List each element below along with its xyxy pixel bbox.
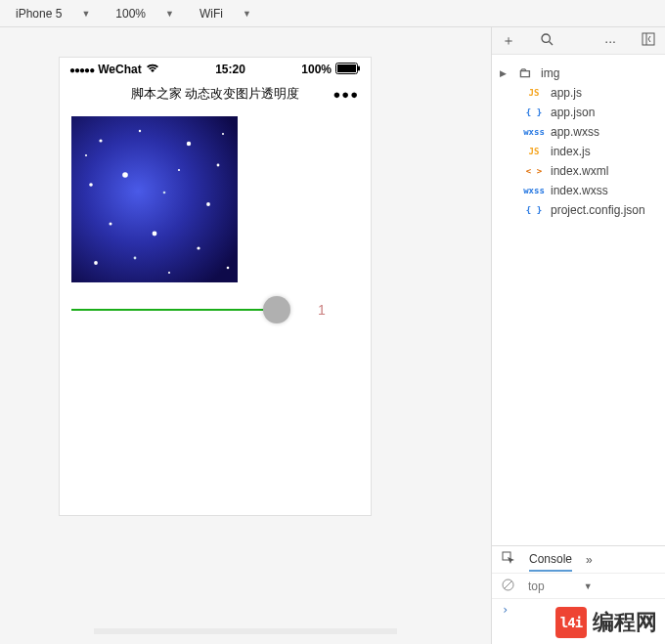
slider-thumb[interactable] <box>263 296 290 323</box>
watermark-logo: l4i 编程网 <box>555 607 657 638</box>
chevron-down-icon: ▼ <box>584 581 593 591</box>
watermark-badge: l4i <box>555 607 587 638</box>
zoom-label: 100% <box>115 7 146 21</box>
svg-point-19 <box>85 154 87 156</box>
file-type-icon: < > <box>523 166 545 176</box>
console-prompt-icon: › <box>502 603 509 617</box>
file-tree: ▶ 🗀 img JSapp.js{ }app.jsonwxssapp.wxssJ… <box>492 55 665 545</box>
preview-image <box>71 116 238 282</box>
menu-dots-icon[interactable]: ●●● <box>332 87 359 102</box>
svg-line-28 <box>505 580 512 588</box>
file-type-icon: wxss <box>523 186 545 195</box>
file-name: app.json <box>551 106 595 119</box>
file-type-icon: { } <box>523 205 545 215</box>
page-title: 脚本之家 动态改变图片透明度 <box>131 85 300 103</box>
opacity-slider-row: 1 <box>71 300 359 320</box>
horizontal-scrollbar[interactable] <box>94 628 397 634</box>
slider-value-label: 1 <box>318 302 326 318</box>
chevron-down-icon: ▼ <box>243 9 251 19</box>
add-file-icon[interactable]: ＋ <box>502 32 515 50</box>
file-name: project.config.json <box>551 203 645 217</box>
svg-line-23 <box>550 41 554 45</box>
context-dropdown[interactable]: top ▼ <box>528 580 593 593</box>
status-bar: ●●●●● WeChat 15:20 100% <box>60 58 371 81</box>
network-label: WiFi <box>200 7 223 21</box>
file-row[interactable]: { }project.config.json <box>496 200 661 220</box>
svg-point-13 <box>153 232 157 236</box>
file-row[interactable]: { }app.json <box>496 103 661 122</box>
zoom-dropdown[interactable]: 100% ▼ <box>108 7 182 21</box>
editor-toolbar: ＋ ··· <box>492 27 665 55</box>
clock-label: 15:20 <box>215 63 245 76</box>
signal-dots-icon: ●●●●● <box>69 64 94 75</box>
carrier-label: WeChat <box>98 63 141 76</box>
svg-point-4 <box>99 139 102 142</box>
file-name: index.wxss <box>551 184 608 197</box>
svg-point-22 <box>542 34 550 42</box>
wifi-icon <box>146 63 159 76</box>
svg-point-14 <box>197 246 200 249</box>
file-row[interactable]: JSindex.js <box>496 142 661 161</box>
svg-point-18 <box>178 169 180 171</box>
svg-point-7 <box>217 164 220 167</box>
chevron-down-icon: ▼ <box>81 9 90 19</box>
svg-point-16 <box>227 267 230 270</box>
editor-panel: ＋ ··· ▶ 🗀 img JSapp.js{ }app.jsonwxssapp… <box>491 27 665 644</box>
device-label: iPhone 5 <box>16 7 62 21</box>
folder-icon: 🗀 <box>513 65 535 80</box>
svg-point-15 <box>94 261 98 265</box>
network-dropdown[interactable]: WiFi ▼ <box>192 7 259 21</box>
phone-frame: ●●●●● WeChat 15:20 100% 脚本之家 动态改变图片透明度 ●… <box>59 57 372 516</box>
file-row[interactable]: JSapp.js <box>496 83 661 103</box>
devtools-filter-bar: top ▼ <box>492 574 665 599</box>
more-tabs-icon[interactable]: » <box>586 553 593 567</box>
file-type-icon: wxss <box>523 127 545 137</box>
file-row[interactable]: < >index.wxml <box>496 161 661 181</box>
folder-name: img <box>541 66 559 80</box>
battery-pct-label: 100% <box>301 63 332 76</box>
svg-point-10 <box>163 192 166 194</box>
svg-point-11 <box>206 202 210 206</box>
chevron-down-icon: ▼ <box>165 9 174 19</box>
svg-rect-3 <box>71 116 238 282</box>
folder-row[interactable]: ▶ 🗀 img <box>496 63 661 83</box>
file-name: index.wxml <box>551 164 608 178</box>
file-row[interactable]: wxssapp.wxss <box>496 122 661 142</box>
clear-console-icon[interactable] <box>502 579 514 594</box>
tab-console[interactable]: Console <box>529 552 572 572</box>
svg-rect-2 <box>358 65 360 70</box>
inspect-icon[interactable] <box>502 551 515 568</box>
simulator-toolbar: iPhone 5 ▼ 100% ▼ WiFi ▼ <box>0 0 665 27</box>
svg-point-21 <box>222 133 224 135</box>
battery-icon <box>335 63 361 77</box>
svg-rect-1 <box>337 64 356 72</box>
collapse-panel-icon[interactable] <box>642 32 655 49</box>
svg-point-8 <box>89 183 93 187</box>
file-type-icon: { } <box>523 107 545 117</box>
slider-fill <box>71 309 277 311</box>
caret-right-icon: ▶ <box>500 68 508 78</box>
file-row[interactable]: wxssindex.wxss <box>496 181 661 200</box>
device-dropdown[interactable]: iPhone 5 ▼ <box>8 7 98 21</box>
file-name: app.js <box>551 86 582 100</box>
svg-point-6 <box>187 142 191 146</box>
file-name: app.wxss <box>551 125 599 139</box>
svg-point-17 <box>134 257 137 260</box>
svg-point-12 <box>110 223 112 226</box>
svg-point-5 <box>139 130 141 132</box>
simulator-panel: ●●●●● WeChat 15:20 100% 脚本之家 动态改变图片透明度 ●… <box>0 27 491 644</box>
context-label: top <box>528 580 545 593</box>
watermark-text: 编程网 <box>593 608 657 637</box>
file-name: index.js <box>551 145 591 158</box>
svg-point-20 <box>168 272 170 274</box>
page-content: 1 <box>60 107 371 515</box>
search-icon[interactable] <box>541 33 554 49</box>
devtools-tabs: Console » <box>492 546 665 574</box>
opacity-slider[interactable] <box>71 300 277 320</box>
more-icon[interactable]: ··· <box>604 33 616 49</box>
file-type-icon: JS <box>523 88 545 98</box>
file-type-icon: JS <box>523 147 545 156</box>
svg-point-9 <box>122 172 128 178</box>
nav-bar: 脚本之家 动态改变图片透明度 ●●● <box>60 81 371 107</box>
